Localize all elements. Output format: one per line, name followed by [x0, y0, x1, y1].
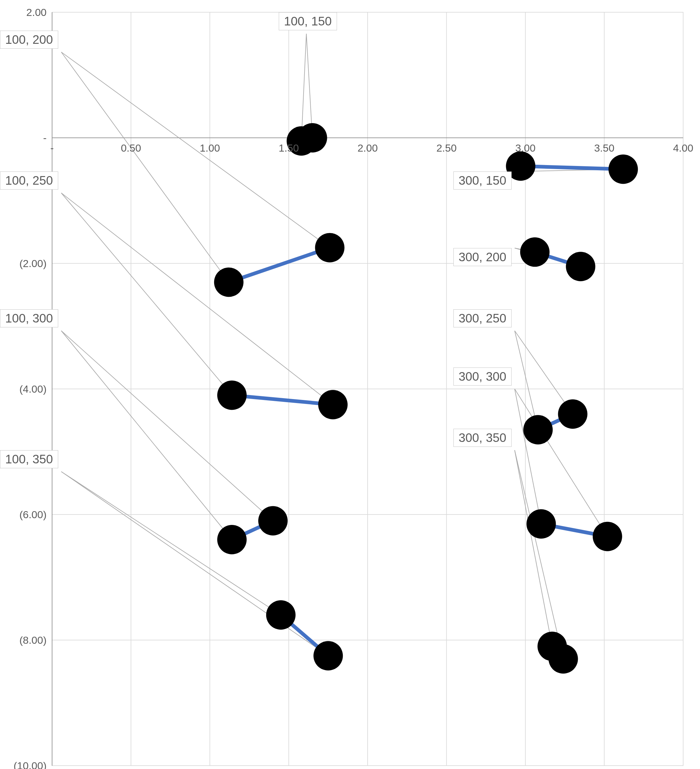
x-tick-label: -	[50, 142, 54, 154]
y-tick-label: (8.00)	[19, 634, 47, 646]
callout-label: 300, 150	[454, 172, 512, 190]
data-marker	[549, 644, 578, 674]
data-marker	[298, 123, 327, 153]
y-tick-label: 2.00	[26, 6, 47, 18]
series-segment	[229, 248, 330, 282]
data-marker	[314, 641, 343, 670]
data-marker	[217, 525, 246, 554]
data-marker	[214, 268, 243, 297]
callout-label: 100, 300	[0, 309, 58, 327]
y-tick-label: (6.00)	[19, 509, 47, 521]
callout-label: 300, 250	[454, 309, 512, 327]
x-tick-label: 1.50	[278, 142, 299, 154]
x-tick-label: 4.00	[673, 142, 693, 154]
callout-label: 300, 300	[454, 367, 512, 386]
data-marker	[608, 154, 638, 184]
y-tick-label: (2.00)	[19, 257, 47, 270]
data-marker	[558, 399, 587, 429]
x-tick-label: 2.50	[436, 142, 457, 154]
data-marker	[315, 233, 344, 262]
series-segment	[232, 396, 333, 405]
data-marker	[566, 252, 595, 281]
x-tick-label: 1.00	[200, 142, 220, 154]
x-tick-label: 3.00	[515, 142, 536, 154]
y-tick-label: (10.00)	[13, 760, 47, 769]
callout-label: 300, 350	[454, 429, 512, 447]
data-marker	[520, 237, 550, 267]
data-marker	[593, 522, 622, 551]
series-segment	[521, 166, 623, 169]
chart-series	[0, 0, 700, 769]
data-marker	[523, 415, 553, 444]
data-marker	[217, 381, 246, 410]
callout-label: 100, 200	[0, 31, 58, 49]
data-marker	[318, 390, 348, 419]
x-tick-label: 3.50	[594, 142, 614, 154]
callout-label: 100, 250	[0, 172, 58, 190]
y-tick-label: -	[43, 132, 47, 144]
x-tick-label: 0.50	[121, 142, 141, 154]
data-marker	[526, 509, 556, 539]
x-tick-label: 2.00	[357, 142, 378, 154]
callout-label: 100, 350	[0, 450, 58, 468]
callout-label: 300, 200	[454, 248, 512, 266]
chart-container: -0.501.001.502.002.503.003.504.00(10.00)…	[0, 0, 700, 769]
data-marker	[266, 600, 296, 630]
y-tick-label: (4.00)	[19, 383, 47, 395]
callout-label: 100, 150	[279, 12, 337, 30]
data-marker	[258, 506, 288, 536]
